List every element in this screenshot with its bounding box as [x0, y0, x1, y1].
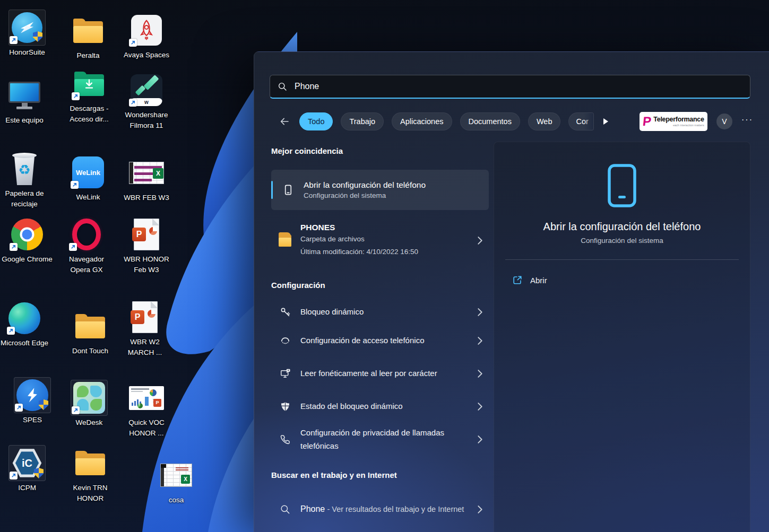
teleperformance-logo: P Teleperformance each interaction matte… [640, 112, 707, 131]
recycle-symbol-icon: ♻ [18, 162, 30, 178]
chevron-right-icon[interactable] [478, 370, 485, 378]
open-action[interactable]: Abrir [512, 271, 547, 290]
shortcut-arrow-icon [129, 39, 137, 47]
tab-trabajo[interactable]: Trabajo [341, 112, 384, 130]
desktop-icon-avaya[interactable]: Avaya Spaces [121, 13, 172, 60]
desktop-icon-wbr-w2[interactable]: P WBR W2 MARCH ... [119, 300, 170, 359]
desktop-icon-label: cosa [169, 495, 184, 505]
shortcut-arrow-icon [71, 181, 79, 189]
phones-title: PHONES [300, 223, 469, 232]
chevron-right-icon[interactable] [478, 505, 485, 513]
desktop-icon-spes[interactable]: SPES [7, 378, 58, 425]
desktop-icon-label: Peralta [77, 50, 100, 61]
pie-chart-glyph [148, 310, 155, 318]
preview-divider [505, 259, 739, 260]
desktop-icon-label: Este equipo [5, 115, 43, 126]
pie-chart-glyph [149, 227, 157, 235]
teleperformance-p-glyph: P [642, 115, 652, 128]
tab-documentos[interactable]: Documentos [460, 112, 520, 130]
desktop-icon-icpm[interactable]: iC ICPM [2, 446, 53, 493]
desktop-icon-label: SPES [23, 415, 42, 425]
tab-aplicaciones[interactable]: Aplicaciones [392, 112, 452, 130]
desktop-icon-papelera[interactable]: ♻ Papelera de reciclaje [0, 152, 50, 210]
section-header-best-match: Mejor coincidencia [271, 146, 489, 157]
search-box[interactable] [270, 75, 750, 99]
selection-accent-bar [271, 181, 273, 199]
filter-tabs-row: Todo Trabajo Aplicaciones Documentos Web… [278, 112, 753, 131]
desktop-icon-label: Navegador Opera GX [61, 254, 112, 276]
web-search-description: - Ver resultados del trabajo y de Intern… [327, 505, 464, 513]
result-label: Estado del bloqueo dinámico [300, 399, 453, 413]
more-options-button[interactable]: ··· [741, 116, 753, 127]
result-phones-folder[interactable]: PHONES Carpeta de archivos Última modifi… [271, 218, 489, 263]
desktop-icon-wbr-honor[interactable]: P WBR HONOR Feb W3 [121, 217, 172, 276]
chevron-right-icon[interactable] [478, 337, 485, 345]
chevron-right-icon[interactable] [478, 308, 485, 316]
shortcut-arrow-icon [10, 243, 18, 251]
desktop-icon-wedesk[interactable]: WeDesk [64, 381, 115, 428]
brand-name: Teleperformance [653, 116, 704, 124]
folder-icon [75, 315, 105, 338]
desktop-icon-cosa[interactable]: X cosa [151, 458, 202, 505]
desktop-icon-label: Descargas - Acceso dir... [64, 103, 115, 125]
desktop-icon-label: HonorSuite [9, 47, 45, 58]
desktop-icon-este-equipo[interactable]: Este equipo [0, 79, 50, 126]
back-arrow-icon [279, 116, 290, 127]
excel-sheet-icon: X [160, 464, 192, 487]
excel-x-badge: X [153, 168, 163, 179]
desktop-icon-label: ICPM [18, 483, 36, 493]
folder-icon [73, 19, 103, 43]
brand-tagline: each interaction matters [673, 124, 704, 127]
desktop-icon-peralta[interactable]: Peralta [63, 14, 114, 61]
result-acceso-telefonico[interactable]: Configuración de acceso telefónico [271, 326, 489, 355]
desktop-icon-label: WBR W2 MARCH ... [119, 337, 170, 359]
tab-correo-clipped[interactable]: Cor [568, 112, 594, 130]
result-web-search-phone[interactable]: Phone - Ver resultados del trabajo y de … [271, 491, 489, 528]
desktop-icon-kevin-trn[interactable]: Kevin TRN HONOR [65, 446, 116, 504]
desktop-icon-welink[interactable]: WeLink WeLink [63, 155, 114, 203]
phone-icon-large [607, 163, 637, 208]
desktop-icon-filmora[interactable]: w Wondershare Filmora 11 [121, 73, 172, 132]
call-handset-icon [279, 434, 291, 445]
shortcut-arrow-icon [72, 406, 80, 414]
desktop-icon-descargas[interactable]: Descargas - Acceso dir... [64, 67, 115, 125]
tab-label: Trabajo [349, 117, 375, 126]
this-pc-icon [7, 82, 41, 109]
tab-web[interactable]: Web [528, 112, 561, 130]
back-button[interactable] [278, 115, 291, 128]
tab-label: Documentos [469, 117, 512, 126]
desktop-icon-chrome[interactable]: Google Chrome [2, 217, 53, 265]
desktop-icon-quick-voc[interactable]: P Quick VOC HONOR ... [121, 381, 172, 439]
tab-todo[interactable]: Todo [299, 112, 333, 130]
welink-logo-text: WeLink [76, 169, 100, 177]
desktop-icon-label: Kevin TRN HONOR [65, 483, 116, 504]
uac-shield-icon [34, 468, 44, 478]
tab-label: Aplicaciones [400, 117, 443, 126]
powerpoint-p-badge: P [131, 310, 144, 324]
result-privacidad-llamadas[interactable]: Configuración de privacidad de llamadas … [271, 421, 489, 458]
result-leer-foneticamente[interactable]: Leer fonéticamente al leer por carácter [271, 355, 489, 392]
shortcut-arrow-icon [72, 92, 80, 100]
result-bloqueo-dinamico[interactable]: Bloqueo dinámico [271, 298, 489, 326]
tab-label: Cor [576, 117, 588, 126]
desktop-icon-dont-touch[interactable]: Dont Touch [65, 309, 116, 356]
search-input[interactable] [295, 82, 742, 91]
desktop-icon-label: Google Chrome [2, 254, 52, 265]
preview-title: Abrir la configuración del teléfono [543, 221, 701, 233]
scroll-tabs-button[interactable] [602, 117, 609, 126]
chevron-right-icon[interactable] [478, 435, 485, 443]
desktop-icon-edge[interactable]: Microsoft Edge [0, 301, 50, 348]
best-match-item[interactable]: Abrir la configuración del teléfono Conf… [271, 170, 489, 210]
account-avatar[interactable]: V [716, 114, 732, 129]
desktop-icon-wbr-feb-w3[interactable]: X WBR FEB W3 [121, 156, 172, 203]
section-header-web-search: Buscar en el trabajo y en Internet [271, 470, 489, 481]
desktop-icon-opera-gx[interactable]: Navegador Opera GX [61, 217, 112, 276]
tab-label: Todo [308, 117, 324, 126]
chevron-right-icon[interactable] [478, 403, 485, 411]
result-estado-bloqueo[interactable]: Estado del bloqueo dinámico [271, 392, 489, 421]
desktop-icon-honorsuite[interactable]: HonorSuite [2, 11, 53, 58]
tab-label: Web [537, 117, 552, 126]
chevron-right-icon[interactable] [478, 237, 485, 245]
excel-file-icon: X [129, 162, 164, 184]
folder-icon [75, 451, 105, 475]
